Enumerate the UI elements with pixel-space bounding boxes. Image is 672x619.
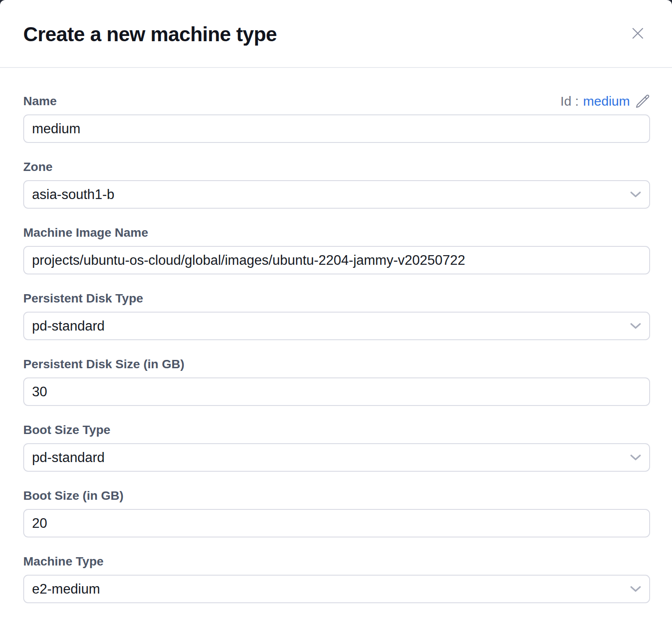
name-label: Name [23, 93, 57, 109]
field-boot-size-type: Boot Size Type pd-standard [23, 422, 650, 472]
machine-image-name-label: Machine Image Name [23, 225, 148, 241]
dialog-header: Create a new machine type [0, 0, 672, 68]
field-persistent-disk-size: Persistent Disk Size (in GB) [23, 356, 650, 406]
create-machine-type-dialog: Create a new machine type Name Id : medi… [0, 0, 672, 619]
field-zone: Zone asia-south1-b [23, 159, 650, 209]
dialog-body: Name Id : medium [0, 68, 672, 603]
dialog-title: Create a new machine type [23, 23, 649, 46]
machine-type-label: Machine Type [23, 554, 104, 569]
boot-size-type-select[interactable]: pd-standard [23, 443, 650, 472]
persistent-disk-type-label: Persistent Disk Type [23, 291, 143, 306]
boot-size-input[interactable] [23, 509, 650, 537]
zone-select[interactable]: asia-south1-b [23, 180, 650, 209]
field-name: Name Id : medium [23, 93, 650, 143]
field-persistent-disk-type: Persistent Disk Type pd-standard [23, 291, 650, 340]
pencil-icon [635, 94, 650, 109]
zone-label: Zone [23, 159, 53, 175]
machine-type-select[interactable]: e2-medium [23, 575, 650, 603]
id-label: Id : [561, 93, 579, 109]
machine-image-name-input[interactable] [23, 246, 650, 274]
id-value: medium [583, 93, 630, 109]
edit-id-button[interactable] [635, 94, 650, 109]
field-machine-type: Machine Type e2-medium [23, 554, 650, 603]
persistent-disk-type-select[interactable]: pd-standard [23, 312, 650, 340]
field-machine-image-name: Machine Image Name [23, 225, 650, 274]
field-boot-size: Boot Size (in GB) [23, 488, 650, 537]
close-button[interactable] [629, 25, 647, 42]
persistent-disk-size-input[interactable] [23, 377, 650, 406]
boot-size-type-label: Boot Size Type [23, 422, 111, 438]
boot-size-label: Boot Size (in GB) [23, 488, 124, 504]
id-display: Id : medium [561, 93, 650, 109]
persistent-disk-size-label: Persistent Disk Size (in GB) [23, 356, 184, 372]
x-icon [631, 26, 645, 40]
name-input[interactable] [23, 114, 650, 143]
